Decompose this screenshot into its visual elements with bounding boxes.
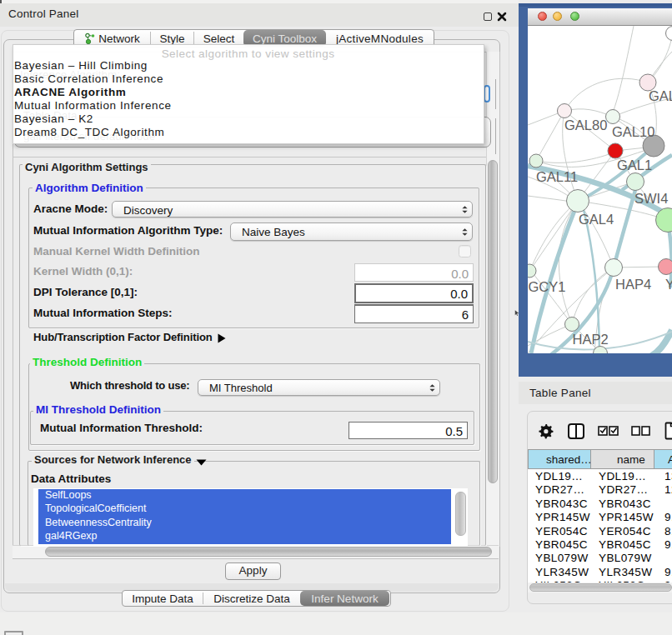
svg-text:Y: Y: [665, 277, 672, 292]
svg-text:GAL4: GAL4: [579, 212, 614, 227]
svg-text:HAP4: HAP4: [615, 277, 651, 292]
svg-text:GAL10: GAL10: [612, 124, 654, 139]
svg-text:SWI4: SWI4: [634, 191, 668, 206]
svg-text:GAL11: GAL11: [536, 169, 578, 184]
svg-text:GAL: GAL: [649, 88, 672, 103]
svg-text:GCY1: GCY1: [529, 279, 566, 294]
svg-text:HAP2: HAP2: [573, 332, 609, 347]
svg-text:GAL80: GAL80: [564, 118, 607, 132]
svg-text:GAL1: GAL1: [617, 158, 652, 172]
